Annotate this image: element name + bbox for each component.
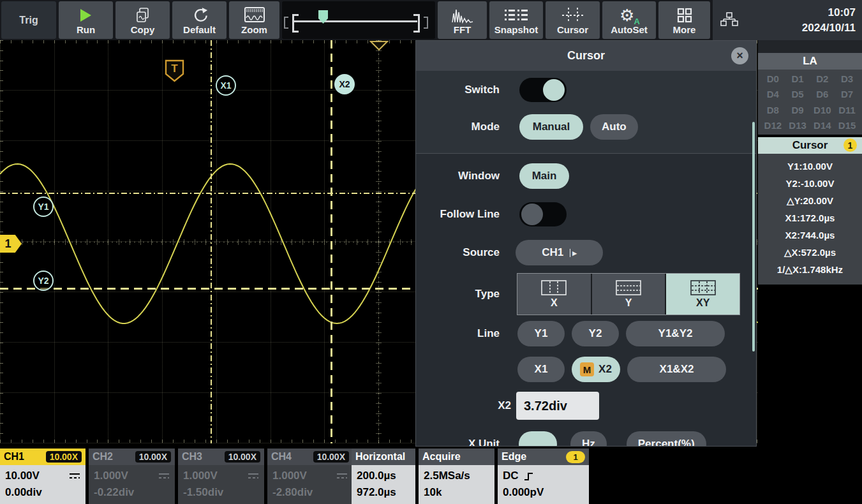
cursor-readout-value: X2:744.0µs [758,226,862,244]
trigger-source-badge: 1 [566,451,585,463]
cursor-switch-toggle[interactable] [519,78,567,102]
type-y-label: Y [625,297,632,309]
cursor-dialog: Cursor × Switch Mode Manual Auto Window … [415,40,757,447]
type-y-button[interactable]: Y [592,274,665,315]
follow-line-toggle[interactable] [519,202,567,226]
fft-icon [452,6,473,25]
cursor-x2-handle[interactable]: X2 [334,74,355,94]
horizontal-position-slider [282,1,435,39]
cursor-panel-header[interactable]: Cursor 1 [758,137,862,154]
bottom-status-bar: CH1 10.00X 10.00V 0.00div CH2 10.00X [0,448,862,504]
zoom-icon [244,6,265,25]
source-label: Source [416,246,510,259]
sidebar-top-strip [758,40,862,53]
line-x1-button[interactable]: X1 [517,357,565,382]
xunit-label: X Unit [416,438,510,447]
default-button[interactable]: Default [172,1,227,39]
channel1-cell[interactable]: CH1 10.00X 10.00V 0.00div [0,448,85,504]
mode-manual-button[interactable]: Manual [519,114,583,140]
autoset-icon: ⚙A [620,6,639,25]
cursor-toolbar-label: Cursor [557,25,588,35]
cursor-dialog-title: Cursor [416,41,756,71]
line-y1y2-button[interactable]: Y1&Y2 [626,321,725,346]
trigger-title: Edge [502,451,526,463]
line-x2-label: X2 [598,363,612,376]
close-icon[interactable]: × [731,47,748,64]
dc-coupling-icon [248,472,259,480]
dialog-scrollbar[interactable] [752,122,755,352]
xunit-hz-button[interactable]: Hz [570,431,607,447]
fft-label: FFT [454,25,472,35]
channel2-attenuation-badge: 10.00X [135,451,171,463]
type-x-button[interactable]: X [517,274,591,315]
trigger-time-flag[interactable]: T [165,59,185,82]
type-xy-icon [689,279,717,296]
xunit-s-button[interactable] [519,431,557,447]
cursor-readout-value: X1:172.0µs [758,209,862,226]
channel2-offset: -0.22div [94,485,134,500]
copy-button[interactable]: Copy [115,1,170,39]
autoset-button[interactable]: ⚙A AutoSet [602,1,656,39]
source-select[interactable]: CH1 ▸ [516,240,603,265]
channel3-cell[interactable]: CH3 10.00X 1.000V -1.50div [178,448,264,504]
window-label: Window [416,170,510,182]
channel3-attenuation-badge: 10.00X [225,451,260,463]
snapshot-label: Snapshot [494,25,538,35]
follow-line-label: Follow Line [416,208,510,221]
trigger-cell[interactable]: Edge 1 DC 0.000pV [498,448,589,504]
digital-channel-label: D1 [792,73,804,84]
mode-auto-button[interactable]: Auto [590,114,638,140]
run-button[interactable]: Run [59,1,113,39]
x2-value-input[interactable]: 3.72div [516,392,599,420]
acquire-cell[interactable]: Acquire 2.5MSa/s 10k [419,448,494,504]
cursor-type-selector: X Y [517,273,740,315]
trigger-coupling: DC [503,468,519,484]
window-main-button[interactable]: Main [519,163,569,189]
zoom-button[interactable]: Zoom [229,1,279,39]
fft-button[interactable]: FFT [438,1,487,39]
type-xy-button[interactable]: XY [666,274,739,315]
more-label: More [673,25,696,35]
cursor-y1-handle[interactable]: Y1 [33,196,54,217]
channel4-cell[interactable]: CH4 10.00X 1.000V -2.80div [267,448,353,504]
cursor-y2-handle[interactable]: Y2 [33,271,54,291]
snapshot-button[interactable]: Snapshot [489,1,543,39]
rising-edge-icon [524,471,534,482]
trigger-position-marker[interactable] [369,40,389,51]
more-button[interactable]: More [658,1,710,39]
source-value: CH1 [542,246,563,259]
clock-date: 2024/10/11 [802,20,856,36]
line-y1-button[interactable]: Y1 [517,321,565,346]
digital-channel-label: D4 [767,89,779,100]
xunit-percent-button[interactable]: Percent(%) [627,431,706,447]
m-badge: M [580,362,594,376]
channel3-name: CH3 [182,451,202,463]
acquire-title: Acquire [422,451,461,463]
cursor-x1-handle[interactable]: X1 [216,75,236,96]
trig-button[interactable]: Trig [1,1,56,39]
acquire-memory-depth: 10k [424,485,442,500]
line-x1x2-button[interactable]: X1&X2 [627,357,726,382]
line-y2-button[interactable]: Y2 [572,321,619,346]
channel1-offset: 0.00div [5,485,42,500]
digital-channel-label: D0 [767,73,779,84]
channel4-offset: -2.80div [272,485,313,500]
channel2-cell[interactable]: CH2 10.00X 1.000V -0.22div [89,448,175,504]
dc-coupling-icon [158,472,170,480]
cursor-readout-value: Y1:10.00V [758,158,862,175]
digital-channel-label: D8 [767,105,779,115]
cursor-readout-value: Y2:-10.00V [758,175,862,192]
horizontal-cell[interactable]: Horizontal 200.0µs 972.0µs [352,448,415,504]
slider-bracket-right [413,14,420,33]
channel1-scale: 10.00V [5,468,40,484]
trig-label: Trig [19,15,38,26]
cursor-x1-line[interactable] [211,40,212,443]
cursor-button[interactable]: Cursor [546,1,600,39]
cursor-x2-line[interactable] [331,40,332,443]
la-panel-header[interactable]: LA [758,53,862,70]
network-icon[interactable] [720,12,738,29]
digital-channel-label: D13 [789,120,806,131]
mode-label: Mode [416,121,510,133]
line-x2-button[interactable]: M X2 [572,357,620,382]
default-label: Default [183,25,216,35]
